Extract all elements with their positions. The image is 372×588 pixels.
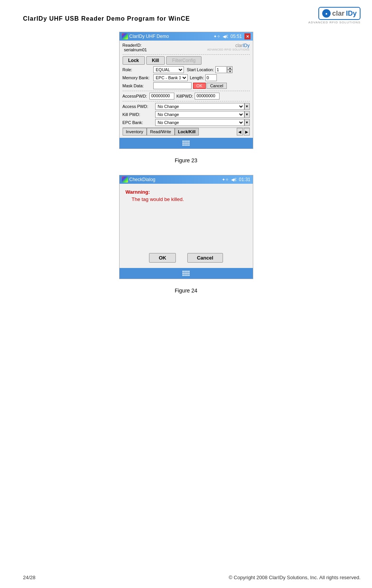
dialog-cancel-button[interactable]: Cancel xyxy=(187,253,223,263)
tab-next-button[interactable]: ▶ xyxy=(244,128,250,136)
kill-pwd-lock-row: Kill PWD: No Change ▼ xyxy=(123,111,250,118)
mask-cancel-button[interactable]: Cancel xyxy=(206,83,226,89)
kill-button[interactable]: Kill xyxy=(146,56,165,65)
windows-flag-icon xyxy=(122,33,128,39)
kill-pwd-lock-arrow[interactable]: ▼ xyxy=(244,111,250,118)
titlebar-figure23: ClarIDy UHF Demo ✦✧ ◀€ 05:51 ✕ xyxy=(120,32,253,41)
mask-data-input[interactable] xyxy=(153,82,192,89)
lock-button[interactable]: Lock xyxy=(123,56,145,65)
volume-icon-24: ◀€ xyxy=(231,177,236,182)
settings-icon-24: ✦✧ xyxy=(222,177,229,182)
kill-pwd-value: 00000000 xyxy=(195,93,220,100)
titlebar-app-name-24: CheckDialog xyxy=(129,177,156,182)
titlebar-icons-24: ✦✧ ◀€ 01:31 xyxy=(222,177,250,182)
figure23-caption: Figure 23 xyxy=(175,157,197,163)
epc-bank-lock-select[interactable]: No Change xyxy=(155,119,244,126)
main-btn-row: Lock Kill FilterConfig xyxy=(123,56,250,65)
mask-ok-button[interactable]: OK xyxy=(193,83,206,89)
titlebar-app-name: ClarIDy UHF Demo xyxy=(129,34,169,39)
reader-logo-idy: IDy xyxy=(243,43,250,48)
dialog-buttons: OK Cancel xyxy=(126,222,247,263)
figure24-caption: Figure 24 xyxy=(175,287,197,294)
dialog-ok-button[interactable]: OK xyxy=(149,253,176,263)
start-location-input[interactable]: 1 xyxy=(215,66,227,73)
step-down-button[interactable]: ▼ xyxy=(227,70,233,73)
logo-container: ● clarIDy ADVANCED RFID SOLUTIONS xyxy=(308,7,361,24)
memory-bank-row: Memory Bank: EPC - Bank 1 Length: xyxy=(123,74,250,81)
mask-data-row: Mask Data: OK Cancel xyxy=(123,82,250,89)
page-header: ClarIDy UHF USB Reader Demo Program for … xyxy=(0,0,372,24)
figure23-window: ClarIDy UHF Demo ✦✧ ◀€ 05:51 ✕ ReaderID:… xyxy=(119,32,253,149)
time-display: 05:51 xyxy=(230,34,242,39)
kill-pwd-lock-label: Kill PWD: xyxy=(123,112,155,117)
mask-data-label: Mask Data: xyxy=(123,83,153,88)
check-dialog-body: Warnning: The tag would be killed. OK Ca… xyxy=(120,184,253,268)
logo-box: ● clarIDy xyxy=(318,7,361,20)
access-pwd-lock-select[interactable]: No Change xyxy=(155,103,244,110)
step-up-button[interactable]: ▲ xyxy=(227,66,233,70)
volume-icon: ◀€ xyxy=(223,34,228,39)
memory-bank-select[interactable]: EPC - Bank 1 xyxy=(153,74,188,81)
access-pwd-lock-row: Access PWD: No Change ▼ xyxy=(123,103,250,110)
access-pwd-lock-arrow[interactable]: ▼ xyxy=(244,103,250,110)
figure24-window: CheckDialog ✦✧ ◀€ 01:31 Warnning: The ta… xyxy=(119,175,253,279)
role-row: Role: EQUAL Start Location: 1 ▲ ▼ xyxy=(123,66,250,73)
memory-bank-label: Memory Bank: xyxy=(123,75,153,80)
close-button[interactable]: ✕ xyxy=(244,33,251,39)
titlebar-left-24: CheckDialog xyxy=(122,176,156,183)
divider-1 xyxy=(123,54,250,55)
tab-lockkill[interactable]: Lock/Kill xyxy=(175,128,199,136)
copyright-text: © Copyright 2008 ClarIDy Solutions, Inc.… xyxy=(229,575,361,580)
time-display-24: 01:31 xyxy=(239,177,250,182)
page-number: 24/28 xyxy=(23,575,36,580)
reader-id-left: ReaderID: serialnum01 xyxy=(123,43,147,52)
status-bar-figure24 xyxy=(120,268,253,279)
reader-logo: clarIDy ADVANCED RFID SOLUTIONS xyxy=(207,43,250,51)
divider-3 xyxy=(123,101,250,101)
page-title: ClarIDy UHF USB Reader Demo Program for … xyxy=(23,7,190,22)
kill-pwd-lock-select[interactable]: No Change xyxy=(155,111,244,118)
logo-subtitle: ADVANCED RFID SOLUTIONS xyxy=(308,21,361,24)
wince-body-figure23: ReaderID: serialnum01 clarIDy ADVANCED R… xyxy=(120,41,253,138)
access-pwd-value: 00000000 xyxy=(149,93,174,100)
divider-2 xyxy=(123,91,250,91)
epc-bank-lock-arrow[interactable]: ▼ xyxy=(244,119,250,126)
windows-flag-icon-24 xyxy=(122,176,128,183)
warning-label: Warnning: xyxy=(126,189,247,195)
tab-readwrite[interactable]: Read/Write xyxy=(147,128,175,136)
epc-bank-lock-label: EPC Bank: xyxy=(123,120,155,125)
length-label: Length: xyxy=(190,75,204,80)
reader-logo-clar: clar xyxy=(235,43,243,48)
titlebar-icons: ✦✧ ◀€ 05:51 ✕ xyxy=(213,33,250,39)
logo-idy: IDy xyxy=(346,10,357,18)
role-label: Role: xyxy=(123,67,153,72)
reader-logo-sub: ADVANCED RFID SOLUTIONS xyxy=(207,48,250,51)
settings-icon: ✦✧ xyxy=(213,34,220,39)
logo-clar: clar xyxy=(332,10,344,18)
reader-id-row: ReaderID: serialnum01 clarIDy ADVANCED R… xyxy=(123,43,250,52)
epc-bank-lock-row: EPC Bank: No Change ▼ xyxy=(123,119,250,126)
tab-inventory[interactable]: Inventory xyxy=(123,128,147,136)
page-footer: 24/28 © Copyright 2008 ClarIDy Solutions… xyxy=(0,575,372,580)
access-pwd-lock-label: Access PWD: xyxy=(123,104,155,109)
length-input[interactable] xyxy=(205,74,217,81)
start-location-label: Start Location: xyxy=(187,67,214,72)
step-buttons: ▲ ▼ xyxy=(227,66,233,73)
tab-bar: Inventory Read/Write Lock/Kill ◀ ▶ xyxy=(123,127,250,136)
warning-message: The tag would be killed. xyxy=(132,196,247,202)
status-bar-icon-24 xyxy=(182,271,190,276)
kill-pwd-label: KillPWD: xyxy=(177,94,193,98)
filter-config-button[interactable]: FilterConfig xyxy=(166,56,201,65)
status-bar-figure23 xyxy=(120,138,253,149)
pwd-row: AccessPWD: 00000000 KillPWD: 00000000 xyxy=(123,93,250,100)
reader-id-value: serialnum01 xyxy=(123,47,147,52)
access-pwd-label: AccessPWD: xyxy=(123,94,149,98)
content-area: ClarIDy UHF Demo ✦✧ ◀€ 05:51 ✕ ReaderID:… xyxy=(0,24,372,305)
reader-id-label: ReaderID: xyxy=(123,43,147,47)
titlebar-left: ClarIDy UHF Demo xyxy=(122,33,169,39)
tab-nav-btns: ◀ ▶ xyxy=(237,128,250,136)
tab-prev-button[interactable]: ◀ xyxy=(237,128,243,136)
role-select[interactable]: EQUAL xyxy=(153,66,184,73)
titlebar-figure24: CheckDialog ✦✧ ◀€ 01:31 xyxy=(120,175,253,184)
logo-circle-icon: ● xyxy=(322,9,331,18)
